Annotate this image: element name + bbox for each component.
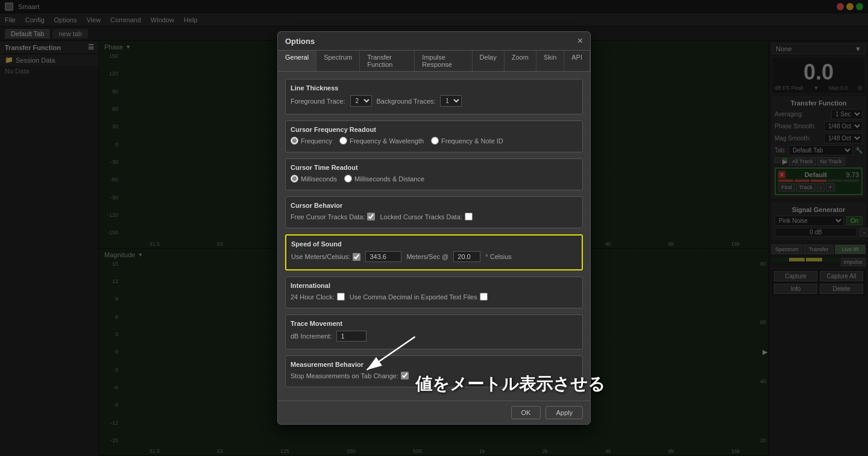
modal-tab-zoom[interactable]: Zoom <box>505 51 536 71</box>
cursor-behavior-section: Cursor Behavior Free Cursor Tracks Data:… <box>285 196 583 228</box>
modal-tabs: General Spectrum Transfer Function Impul… <box>278 51 590 72</box>
measurement-section: Measurement Behavior Stop Measurements o… <box>285 355 583 387</box>
temp-unit-label: ° Celsius <box>485 253 512 260</box>
meters-unit-label: Meters/Sec @ <box>406 253 448 260</box>
apply-button[interactable]: Apply <box>546 406 583 419</box>
time-radio-ms[interactable]: Milliseconds <box>291 175 337 183</box>
modal-tab-skin[interactable]: Skin <box>536 51 564 71</box>
bg-trace-select[interactable]: 1 <box>440 95 462 107</box>
speed-of-sound-row: Use Meters/Celsius: Meters/Sec @ ° Celsi… <box>291 251 577 262</box>
international-title: International <box>291 282 577 289</box>
bg-trace-label: Background Traces: <box>377 98 436 105</box>
stop-measurements-checkbox[interactable]: Stop Measurements on Tab Change: <box>291 372 409 379</box>
modal-title: Options <box>285 37 315 46</box>
options-modal: Options × General Spectrum Transfer Func… <box>277 31 591 425</box>
modal-tab-api[interactable]: API <box>564 51 590 71</box>
cursor-time-section: Cursor Time Readout Milliseconds Millise… <box>285 158 583 190</box>
cursor-freq-title: Cursor Frequency Readout <box>291 126 577 133</box>
modal-tab-transfer[interactable]: Transfer Function <box>360 51 415 71</box>
24hour-label: 24 Hour Clock: <box>291 293 335 301</box>
use-meters-label: Use Meters/Celsius: <box>291 253 350 260</box>
fg-trace-label: Foreground Trace: <box>291 98 345 105</box>
comma-decimal-checkbox[interactable]: Use Comma Decimal in Exported Text Files <box>350 293 488 301</box>
international-row: 24 Hour Clock: Use Comma Decimal in Expo… <box>291 293 577 301</box>
line-thickness-section: Line Thickness Foreground Trace: 2 Backg… <box>285 79 583 114</box>
time-radio-ms-distance[interactable]: Milliseconds & Distance <box>344 175 424 183</box>
freq-radio-frequency[interactable]: Frequency <box>291 137 332 145</box>
modal-overlay: Options × General Spectrum Transfer Func… <box>0 0 868 456</box>
freq-radio-wavelength[interactable]: Frequency & Wavelength <box>339 137 424 145</box>
temp-value-input[interactable] <box>453 251 480 262</box>
line-thickness-row: Foreground Trace: 2 Background Traces: 1 <box>291 95 577 107</box>
free-cursor-checkbox[interactable]: Free Cursor Tracks Data: <box>291 213 375 220</box>
trace-movement-title: Trace Movement <box>291 320 577 327</box>
modal-tab-general[interactable]: General <box>278 51 316 71</box>
cursor-freq-row: Frequency Frequency & Wavelength Frequen… <box>291 137 577 145</box>
fg-trace-select[interactable]: 2 <box>350 95 372 107</box>
db-increment-label: dB Increment: <box>291 333 332 340</box>
modal-footer: OK Apply <box>278 401 590 424</box>
comma-decimal-label: Use Comma Decimal in Exported Text Files <box>350 293 477 301</box>
modal-tab-spectrum[interactable]: Spectrum <box>316 51 360 71</box>
24hour-checkbox[interactable]: 24 Hour Clock: <box>291 293 345 301</box>
use-meters-checkbox[interactable]: Use Meters/Celsius: <box>291 253 360 261</box>
speed-of-sound-section: Speed of Sound Use Meters/Celsius: Meter… <box>285 234 583 270</box>
modal-tab-impulse[interactable]: Impulse Response <box>415 51 472 71</box>
free-cursor-label: Free Cursor Tracks Data: <box>291 213 365 220</box>
cursor-time-title: Cursor Time Readout <box>291 164 577 171</box>
meters-value-input[interactable] <box>365 251 401 262</box>
modal-tab-delay[interactable]: Delay <box>473 51 505 71</box>
cursor-freq-section: Cursor Frequency Readout Frequency Frequ… <box>285 120 583 152</box>
trace-movement-row: dB Increment: <box>291 331 577 342</box>
freq-radio-noteid[interactable]: Frequency & Note ID <box>431 137 503 145</box>
db-increment-input[interactable] <box>336 331 366 342</box>
trace-movement-section: Trace Movement dB Increment: <box>285 314 583 349</box>
line-thickness-title: Line Thickness <box>291 84 577 92</box>
stop-measurements-label: Stop Measurements on Tab Change: <box>291 372 398 379</box>
speed-of-sound-title: Speed of Sound <box>291 240 577 248</box>
international-section: International 24 Hour Clock: Use Comma D… <box>285 276 583 308</box>
ok-button[interactable]: OK <box>511 406 541 419</box>
modal-close-btn[interactable]: × <box>577 36 583 46</box>
modal-body: Line Thickness Foreground Trace: 2 Backg… <box>278 72 590 401</box>
cursor-behavior-title: Cursor Behavior <box>291 202 577 209</box>
modal-header: Options × <box>278 32 590 51</box>
cursor-behavior-row: Free Cursor Tracks Data: Locked Cursor T… <box>291 213 577 220</box>
cursor-time-row: Milliseconds Milliseconds & Distance <box>291 175 577 183</box>
locked-cursor-label: Locked Cursor Tracks Data: <box>380 213 462 220</box>
measurement-row: Stop Measurements on Tab Change: <box>291 372 577 379</box>
locked-cursor-checkbox[interactable]: Locked Cursor Tracks Data: <box>380 213 472 220</box>
measurement-title: Measurement Behavior <box>291 361 577 368</box>
